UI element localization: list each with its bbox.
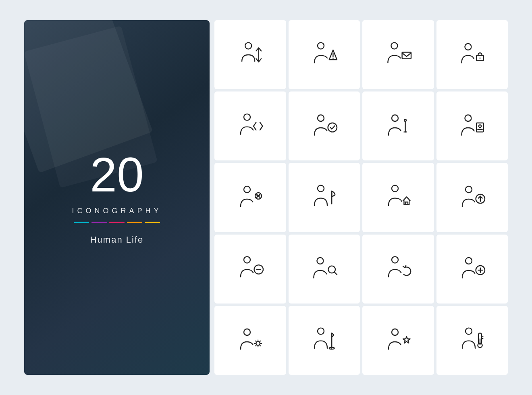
svg-point-18 [465, 115, 472, 121]
svg-point-10 [480, 57, 481, 58]
icon-cell-person-remove [214, 163, 286, 232]
svg-point-35 [244, 257, 250, 263]
icon-cell-person-home [362, 163, 434, 232]
icon-cell-person-warning [289, 20, 360, 89]
icon-cell-person-upload [436, 163, 508, 232]
svg-point-11 [244, 114, 250, 120]
svg-point-2 [318, 42, 324, 49]
svg-point-12 [318, 115, 324, 121]
left-content: 20 ICONOGRAPHY Human Life [72, 150, 162, 245]
svg-point-42 [466, 258, 472, 264]
icon-cell-person-mail [362, 20, 434, 89]
big-number: 20 [72, 150, 162, 199]
svg-point-47 [256, 342, 260, 346]
color-bar-purple [91, 222, 107, 223]
svg-point-38 [317, 258, 324, 264]
svg-point-13 [328, 123, 337, 132]
iconography-label: ICONOGRAPHY [72, 207, 162, 215]
icon-cell-person-sort [214, 20, 286, 89]
svg-line-54 [260, 341, 261, 342]
icon-cell-person-refresh [362, 235, 434, 304]
color-bar-yellow [145, 222, 160, 223]
color-bars [72, 222, 162, 223]
svg-point-6 [391, 42, 397, 49]
icon-cell-person-search [289, 235, 360, 304]
icon-cell-person-lock [436, 20, 508, 89]
svg-point-59 [392, 329, 398, 335]
svg-line-52 [256, 341, 256, 342]
icon-cell-person-settings [214, 306, 286, 375]
svg-point-41 [392, 257, 398, 263]
svg-line-53 [260, 345, 261, 346]
svg-point-5 [332, 58, 333, 59]
icon-cell-person-check [289, 91, 360, 160]
svg-point-8 [465, 44, 472, 50]
svg-point-17 [404, 119, 406, 121]
left-panel: 20 ICONOGRAPHY Human Life [24, 20, 210, 375]
icon-cell-person-thermometer [436, 306, 508, 375]
svg-point-14 [392, 115, 398, 121]
main-container: 20 ICONOGRAPHY Human Life [24, 20, 508, 375]
icon-cell-person-id [436, 91, 508, 160]
color-bar-pink [109, 222, 125, 223]
svg-point-61 [466, 328, 472, 335]
svg-point-30 [392, 185, 398, 192]
human-life-label: Human Life [72, 235, 162, 245]
svg-point-46 [244, 329, 250, 335]
svg-marker-60 [403, 337, 410, 343]
svg-point-29 [331, 191, 332, 191]
icon-cell-person-add [436, 235, 508, 304]
svg-point-32 [466, 186, 472, 193]
icon-cell-person-edit [362, 91, 434, 160]
color-bar-orange [127, 222, 142, 223]
icon-cell-person-golf [289, 306, 360, 375]
color-bar-cyan [74, 222, 89, 223]
svg-point-0 [245, 42, 251, 49]
svg-rect-7 [402, 52, 411, 58]
icon-grid [214, 20, 508, 375]
svg-point-56 [318, 328, 324, 335]
svg-rect-31 [405, 202, 407, 204]
svg-line-40 [335, 272, 337, 274]
svg-point-20 [479, 125, 481, 127]
svg-line-55 [256, 345, 256, 346]
icon-cell-person-flag [289, 163, 360, 232]
icon-cell-person-star [362, 306, 434, 375]
icon-cell-person-minus [214, 235, 286, 304]
icon-cell-person-code [214, 91, 286, 160]
svg-point-22 [244, 186, 250, 193]
svg-point-27 [318, 185, 324, 192]
